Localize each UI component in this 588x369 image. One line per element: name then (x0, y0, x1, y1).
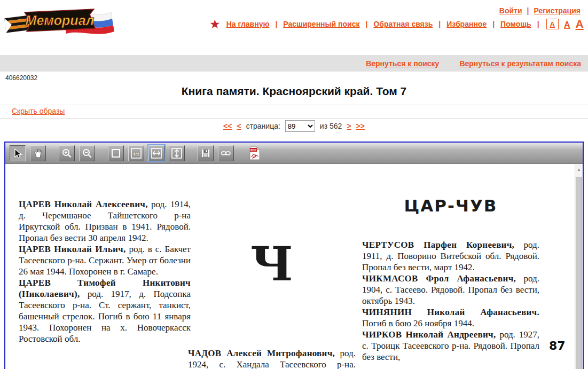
viewer-toolbar: 1:1 (5, 143, 583, 164)
entry-name: ЧАДОВ Алексей Митрофанович, (188, 348, 335, 358)
hand-icon (33, 148, 43, 159)
nav-separator: | (438, 20, 441, 28)
font-size-large-button[interactable]: А (576, 18, 584, 29)
zoom-out-icon (82, 148, 92, 159)
memorial-entry: ЧИКМАСОВ Фрол Афанасьевич, род. 1904, с.… (362, 273, 539, 307)
actual-size-label: 1:1 (133, 151, 139, 156)
memorial-entry: ЧИНЯНИН Николай Афанасьевич. Погиб в бою… (362, 307, 539, 329)
nav-separator: | (275, 20, 277, 28)
pdf-button[interactable]: PDF (247, 145, 263, 161)
fit-page-icon (111, 148, 121, 159)
back-to-results-link[interactable]: Вернуться к результатам поиска (459, 59, 581, 68)
record-id: 406620032 (5, 74, 37, 82)
entry-name: ЧЕРТУСОВ Парфен Корнеевич, (362, 240, 514, 250)
logo-image: Мемориал (4, 3, 115, 40)
zoom-out-button[interactable] (79, 145, 95, 161)
divider (0, 105, 588, 105)
home-star-icon: ★ (209, 19, 221, 29)
memorial-entry: ЦАРЕВ Тимофей Никитович (Николаевич), ро… (19, 277, 191, 344)
right-entries: ЧЕРТУСОВ Парфен Корнеевич, род. 1911, д.… (362, 239, 539, 363)
pdf-icon: PDF (248, 146, 261, 160)
fit-height-icon (171, 147, 183, 159)
link-icon (220, 147, 232, 159)
divider (0, 118, 588, 119)
fit-page-button[interactable] (108, 145, 124, 161)
entry-text: Погиб в бою 26 ноября 1944. (362, 318, 474, 328)
auth-separator: | (527, 6, 529, 15)
page-select[interactable]: 89 (285, 120, 315, 132)
prev-page-link[interactable]: < (237, 122, 241, 130)
main-nav: ★ На главную | Расширенный поиск | Обрат… (209, 18, 584, 29)
first-page-link[interactable]: << (223, 122, 232, 130)
hide-images-link[interactable]: Скрыть образы (12, 107, 65, 115)
font-size-switcher: А А А (546, 18, 584, 29)
login-link[interactable]: Войти (499, 6, 522, 15)
scroll-up-arrow[interactable]: ▲ (575, 167, 583, 172)
memorial-entry: ЧЕРТУСОВ Парфен Корнеевич, род. 1911, д.… (362, 239, 539, 273)
entry-name: ЦАРЕВ Николай Ильич, (19, 244, 126, 254)
entry-name: ЧИРКОВ Николай Андреевич, (362, 329, 496, 340)
nav-help-link[interactable]: Помощь (500, 20, 531, 28)
save-button[interactable] (198, 145, 214, 161)
memorial-entry: ЦАРЕВ Николай Ильич, род. в с. Бакчет Та… (19, 244, 191, 277)
image-viewer: 1:1 (4, 142, 584, 369)
pagination: << < страница: 89 из 562 > >> (0, 120, 588, 132)
memorial-entry: ЧИРКОВ Николай Андреевич, род. 1927, с. … (362, 329, 539, 363)
nav-advanced-search-link[interactable]: Расширенный поиск (283, 20, 359, 28)
pan-tool-button[interactable] (30, 145, 46, 161)
entry-name: ЦАРЕВ Николай Алексеевич, (19, 199, 148, 209)
last-page-link[interactable]: >> (356, 122, 365, 130)
scan-page-number: 87 (549, 339, 566, 352)
nav-feedback-link[interactable]: Обратная связь (373, 20, 433, 28)
nav-separator: | (365, 20, 367, 28)
cursor-icon (12, 148, 23, 159)
fit-height-button[interactable] (169, 145, 185, 161)
register-link[interactable]: Регистрация (534, 6, 581, 15)
memorial-entry: ЧАДОВ Алексей Митрофанович, род. 1924, с… (188, 348, 356, 369)
return-links-band: Вернуться к поиску Вернуться к результат… (0, 55, 588, 72)
viewer-scrollbar[interactable]: ▲ (575, 164, 583, 369)
auth-links: Войти | Регистрация (499, 6, 581, 15)
nav-home-link[interactable]: На главную (226, 20, 270, 28)
pdf-label: PDF (250, 148, 257, 151)
save-icon (200, 148, 211, 159)
running-header: ЦАР-ЧУВ (362, 198, 539, 214)
link-button[interactable] (218, 145, 234, 161)
nav-separator: | (492, 20, 495, 28)
scan-column-middle: Ч ЧАДОВ Алексей Митрофанович, род. 1924,… (188, 199, 356, 369)
zoom-in-button[interactable] (59, 145, 75, 161)
viewer-canvas[interactable]: ЦАРЕВ Николай Алексеевич, род. 1914, д. … (5, 164, 583, 369)
zoom-in-icon (61, 148, 72, 159)
actual-size-icon: 1:1 (130, 147, 142, 159)
page-title: Книга памяти. Красноярский край. Том 7 (0, 85, 588, 98)
nav-favorites-link[interactable]: Избранное (446, 20, 487, 28)
scan-column-right: ЦАР-ЧУВ ЧЕРТУСОВ Парфен Корнеевич, род. … (362, 198, 539, 363)
page-total: из 562 (320, 122, 342, 130)
entry-name: ЧИНЯНИН Николай Афанасьевич. (362, 307, 539, 317)
font-size-small-button[interactable]: А (546, 19, 559, 29)
next-page-link[interactable]: > (347, 122, 351, 130)
scan-column-left: ЦАРЕВ Николай Алексеевич, род. 1914, д. … (19, 199, 191, 344)
page-label: страница: (246, 122, 280, 130)
back-to-search-link[interactable]: Вернуться к поиску (366, 59, 439, 68)
memorial-entry: ЦАРЕВ Николай Алексеевич, род. 1914, д. … (19, 199, 191, 244)
scrollbar-thumb[interactable] (576, 177, 582, 369)
select-tool-button[interactable] (10, 145, 26, 161)
nav-separator: | (537, 20, 539, 28)
logo-text: Мемориал (26, 13, 95, 28)
fit-width-icon (151, 147, 162, 159)
actual-size-button[interactable]: 1:1 (128, 145, 144, 161)
site-logo[interactable]: Мемориал (4, 3, 115, 40)
font-size-medium-button[interactable]: А (564, 21, 570, 29)
fit-width-button[interactable] (148, 145, 164, 161)
entry-name: ЧИКМАСОВ Фрол Афанасьевич, (362, 273, 516, 284)
section-letter: Ч (188, 240, 356, 287)
